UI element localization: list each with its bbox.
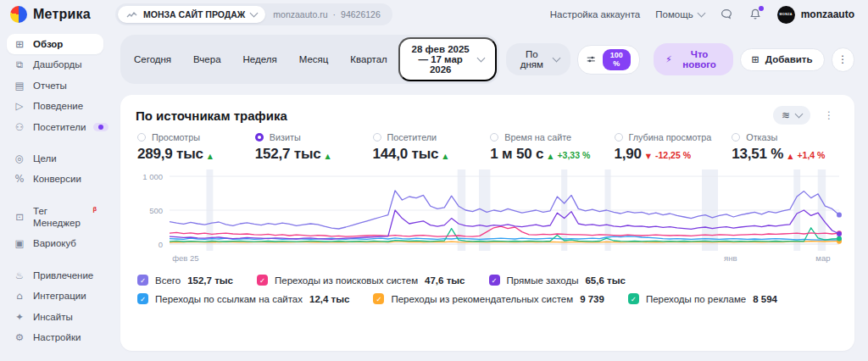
- card-kebab-button[interactable]: ⋮: [819, 108, 839, 122]
- metrika-logo[interactable]: Метрика: [10, 6, 105, 23]
- metric-radio[interactable]: [732, 133, 740, 142]
- metric-radio[interactable]: [373, 133, 381, 142]
- metric-value: 144,0 тыс: [373, 146, 439, 163]
- metric-label: Просмотры: [152, 132, 200, 142]
- conversions-percent-icon: %: [14, 173, 25, 185]
- metric-header: Отказы: [732, 132, 829, 142]
- legend-item-2[interactable]: ✓Прямые заходы65,6 тыс: [489, 275, 626, 286]
- legend-label: Всего: [155, 275, 181, 286]
- metric-item-4[interactable]: Глубина просмотра1,90▼-12,25 %: [604, 132, 722, 163]
- add-widget-button[interactable]: ⊞ Добавить: [740, 48, 825, 71]
- user-menu[interactable]: MONZA monzaauto: [777, 6, 854, 24]
- quick-range-2[interactable]: Неделя: [232, 49, 288, 69]
- legend-item-1[interactable]: ✓Переходы из поисковых систем47,6 тыс: [257, 275, 465, 286]
- legend-value: 47,6 тыс: [425, 275, 465, 286]
- metric-value-row: 289,9 тыс▲: [137, 146, 235, 163]
- sidebar-item-1-1[interactable]: %Конверсии: [7, 169, 103, 189]
- sidebar-item-0-1[interactable]: ◎Цели: [7, 148, 103, 169]
- legend-value: 9 739: [580, 294, 604, 304]
- chat-button[interactable]: [720, 8, 733, 21]
- legend-item-3[interactable]: ✓Переходы по ссылкам на сайтах12,4 тыс: [137, 293, 349, 304]
- tag-manager-icon: ⊡: [14, 211, 25, 223]
- sidebar-item-4-0[interactable]: ⚇Посетители: [7, 117, 103, 137]
- legend-checkbox-icon[interactable]: ✓: [628, 293, 639, 304]
- legend-checkbox-icon[interactable]: ✓: [137, 275, 148, 286]
- dashboards-icon: ⧉: [14, 58, 25, 70]
- legend-item-0[interactable]: ✓Всего152,7 тыс: [137, 275, 233, 286]
- sidebar-item-1-2[interactable]: ▣Вариокуб: [7, 233, 103, 253]
- legend-checkbox-icon[interactable]: ✓: [373, 293, 384, 304]
- sidebar-item-2-0[interactable]: ▤Отчеты: [7, 75, 103, 96]
- whats-new-button[interactable]: ⚡ Что нового: [654, 43, 733, 75]
- series-endpoint-0: [837, 213, 842, 218]
- date-range-picker[interactable]: 28 фев 2025 — 17 мар 2026: [398, 37, 497, 81]
- trend-down-icon: ▼: [646, 153, 651, 160]
- sidebar-group: ◎Цели%Конверсии: [7, 148, 103, 190]
- traffic-sources-card: По источникам трафика ≋ ⋮ Просмотры289,9…: [120, 95, 854, 351]
- quick-range-4[interactable]: Квартал: [339, 49, 398, 69]
- chart-plot[interactable]: [170, 169, 839, 251]
- legend-checkbox-icon[interactable]: ✓: [137, 293, 148, 304]
- counter-id: 94626126: [341, 9, 381, 19]
- notifications-button[interactable]: [748, 8, 762, 21]
- series-line-1: [170, 226, 839, 236]
- x-tick-label: фев 25: [172, 253, 198, 263]
- metric-value-row: 13,51 %▲+1,4 %: [732, 146, 829, 163]
- sampling-button[interactable]: 100 %: [577, 45, 640, 75]
- legend-item-4[interactable]: ✓Переходы из рекомендательных систем9 73…: [373, 293, 604, 304]
- toolbar-kebab-button[interactable]: ⋮: [832, 47, 854, 72]
- metric-item-0[interactable]: Просмотры289,9 тыс▲: [136, 132, 245, 163]
- overview-grid-icon: ⊞: [14, 38, 25, 50]
- granularity-select[interactable]: По дням: [506, 43, 571, 75]
- legend-checkbox-icon[interactable]: ✓: [257, 275, 268, 286]
- y-tick-label: 1 000: [142, 172, 163, 181]
- metric-header: Глубина просмотра: [615, 132, 712, 142]
- legend-item-5[interactable]: ✓Переходы по рекламе8 594: [628, 293, 777, 304]
- settings-gear-icon: ⚙: [14, 331, 25, 343]
- legend-checkbox-icon[interactable]: ✓: [489, 275, 500, 286]
- chart-x-axis: фев 25янвмар: [136, 251, 839, 266]
- sliders-icon: [587, 54, 596, 64]
- metric-item-1[interactable]: Визиты152,7 тыс▲: [245, 132, 363, 163]
- notification-dot-badge: [93, 123, 108, 131]
- metric-header: Время на сайте: [490, 132, 593, 142]
- metric-radio[interactable]: [490, 133, 498, 142]
- help-menu[interactable]: Помощь: [655, 9, 704, 19]
- legend-label: Прямые заходы: [507, 275, 579, 286]
- site-selector-current[interactable]: МОНЗА САЙТ ПРОДАЖ: [118, 6, 265, 23]
- sidebar-item-0-0[interactable]: ⊞Обзор: [7, 34, 103, 54]
- metric-item-5[interactable]: Отказы13,51 %▲+1,4 %: [721, 132, 839, 163]
- add-grid-icon: ⊞: [752, 54, 760, 65]
- chart-type-select[interactable]: ≋: [773, 106, 810, 125]
- sidebar-item-1-3[interactable]: ⌂Интеграции: [7, 286, 103, 306]
- sidebar-item-label: Поведение: [33, 100, 83, 112]
- metric-radio[interactable]: [137, 133, 146, 142]
- sidebar-item-2-3[interactable]: ✦Инсайты: [7, 307, 103, 327]
- sidebar-group: ♨Привлечение⌂Интеграции✦Инсайты⚙Настройк…: [7, 265, 103, 348]
- sidebar-item-label: Конверсии: [33, 173, 81, 185]
- behavior-play-icon: ▷: [14, 100, 25, 112]
- metric-value-row: 1,90▼-12,25 %: [615, 146, 712, 163]
- metric-label: Время на сайте: [504, 132, 571, 142]
- sidebar-item-3-3[interactable]: ⚙Настройки: [7, 327, 103, 347]
- quick-range-1[interactable]: Вчера: [182, 49, 231, 69]
- toolbar: СегодняВчераНеделяМесяцКвартал 28 фев 20…: [120, 35, 854, 84]
- metric-item-2[interactable]: Посетители144,0 тыс▲: [363, 132, 481, 163]
- metric-label: Глубина просмотра: [629, 132, 712, 142]
- series-line-0: [170, 191, 839, 229]
- mini-trend-icon: [126, 11, 137, 19]
- metric-radio[interactable]: [255, 133, 264, 142]
- sidebar-item-3-0[interactable]: ▷Поведение: [7, 96, 103, 116]
- variocube-icon: ▣: [14, 237, 25, 249]
- metric-radio[interactable]: [615, 133, 623, 142]
- legend-label: Переходы из поисковых систем: [275, 275, 418, 286]
- sidebar-item-0-2[interactable]: ⊡Тег Менеджерβ: [7, 201, 103, 234]
- quick-range-0[interactable]: Сегодня: [123, 49, 182, 69]
- sidebar-item-0-3[interactable]: ♨Привлечение: [7, 265, 103, 286]
- site-selector[interactable]: МОНЗА САЙТ ПРОДАЖ monzaauto.ru · 9462612…: [115, 3, 392, 25]
- metric-item-3[interactable]: Время на сайте1 м 50 с▲+3,33 %: [480, 132, 604, 163]
- sidebar-item-1-0[interactable]: ⧉Дашборды: [7, 54, 103, 75]
- header-right: Настройка аккаунта Помощь MONZA monzaaut…: [550, 6, 854, 24]
- account-settings-link[interactable]: Настройка аккаунта: [550, 9, 640, 19]
- quick-range-3[interactable]: Месяц: [288, 49, 340, 69]
